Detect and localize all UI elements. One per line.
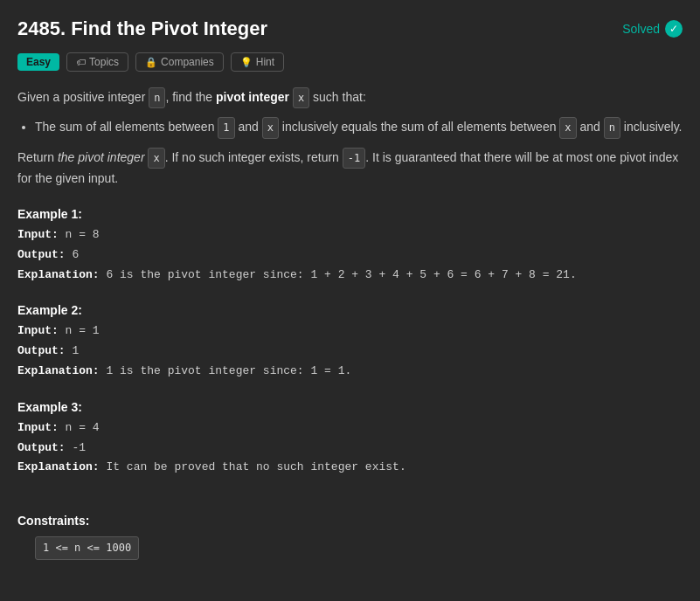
intro-paragraph: Given a positive integer n, find the piv…	[17, 87, 683, 108]
constraints-list: 1 <= n <= 1000	[35, 536, 683, 559]
example-3-input-value: n = 4	[66, 421, 100, 434]
example-3-input: Input: n = 4	[17, 419, 683, 438]
bullet-text-mid: inclusively equals the sum of all elemen…	[279, 120, 559, 134]
tag-icon: 🏷	[76, 57, 86, 67]
example-1-expl-label: Explanation:	[17, 268, 106, 281]
tag-companies[interactable]: 🔒 Companies	[135, 52, 224, 72]
gap-before-constraints2	[17, 496, 683, 514]
example-2-expl-label: Explanation:	[17, 364, 106, 377]
example-3-output-value: -1	[72, 441, 86, 454]
solved-check-icon: ✓	[665, 20, 683, 38]
example-1-title: Example 1:	[17, 207, 683, 221]
tag-topics-label: Topics	[89, 56, 119, 68]
bullet-list: The sum of all elements between 1 and x …	[35, 117, 683, 138]
solved-label: Solved	[622, 22, 660, 36]
lock-icon: 🔒	[145, 57, 157, 68]
and1-text: and	[235, 120, 262, 134]
problem-title: 2485. Find the Pivot Integer	[17, 17, 267, 40]
example-2-expl-value: 1 is the pivot integer since: 1 = 1.	[106, 364, 351, 377]
intro-text: Given a positive integer	[17, 90, 149, 104]
example-3: Example 3: Input: n = 4 Output: -1 Expla…	[17, 400, 683, 477]
example-2-explanation: Explanation: 1 is the pivot integer sinc…	[17, 363, 683, 381]
one-code: 1	[218, 117, 234, 138]
n-code-bullet: n	[604, 117, 620, 138]
x-code-1: x	[262, 117, 279, 138]
pivot-italic: the pivot integer	[58, 150, 145, 164]
tag-hint-label: Hint	[256, 56, 274, 68]
tag-companies-label: Companies	[161, 56, 214, 68]
gap-1	[17, 190, 683, 207]
example-2-title: Example 2:	[17, 303, 683, 317]
and2-text: and	[577, 120, 604, 134]
solved-badge: Solved ✓	[622, 20, 683, 38]
gap-ex2	[17, 383, 683, 400]
gap-ex1	[17, 286, 683, 303]
bullet-item-1: The sum of all elements between 1 and x …	[35, 117, 683, 138]
example-2-output-value: 1	[72, 344, 79, 357]
gap-before-constraints	[17, 479, 683, 496]
x-code-2: x	[559, 117, 576, 138]
example-1-output-label: Output:	[17, 248, 72, 261]
return-text-before: Return	[17, 150, 58, 164]
examples-section: Example 1: Input: n = 8 Output: 6 Explan…	[17, 207, 683, 477]
example-2-output-label: Output:	[17, 344, 72, 357]
constraints-title: Constraints:	[17, 514, 683, 528]
intro-text2: , find the	[165, 90, 216, 104]
example-1-output-value: 6	[72, 248, 79, 261]
example-2-output: Output: 1	[17, 342, 683, 361]
example-3-output: Output: -1	[17, 439, 683, 458]
example-2-input-label: Input:	[17, 324, 66, 337]
example-1-input-value: n = 8	[66, 228, 100, 241]
neg1-code: -1	[343, 148, 365, 169]
example-1-input: Input: n = 8	[17, 226, 683, 245]
example-1-explanation: Explanation: 6 is the pivot integer sinc…	[17, 266, 683, 285]
example-3-input-label: Input:	[17, 421, 66, 434]
constraint-item-1: 1 <= n <= 1000	[35, 536, 683, 559]
example-3-expl-label: Explanation:	[17, 460, 106, 473]
n-code: n	[149, 87, 165, 108]
constraints-section: Constraints: 1 <= n <= 1000	[17, 514, 683, 559]
example-3-explanation: Explanation: It can be proved that no su…	[17, 459, 683, 477]
tag-easy[interactable]: Easy	[17, 53, 59, 71]
example-1-output: Output: 6	[17, 246, 683, 265]
tags-row: Easy 🏷 Topics 🔒 Companies 💡 Hint	[17, 52, 683, 72]
example-1-expl-value: 6 is the pivot integer since: 1 + 2 + 3 …	[106, 268, 576, 281]
tag-topics[interactable]: 🏷 Topics	[66, 52, 128, 72]
example-2-input: Input: n = 1	[17, 322, 683, 341]
example-3-expl-value: It can be proved that no such integer ex…	[106, 460, 405, 473]
return-paragraph: Return the pivot integer x. If no such i…	[17, 148, 683, 190]
bullet-text-after: inclusively.	[620, 120, 683, 134]
example-1: Example 1: Input: n = 8 Output: 6 Explan…	[17, 207, 683, 284]
description-block: Given a positive integer n, find the piv…	[17, 87, 683, 190]
example-3-title: Example 3:	[17, 400, 683, 414]
bullet-text-before1: The sum of all elements between	[35, 120, 218, 134]
tag-hint[interactable]: 💡 Hint	[231, 52, 284, 72]
hint-icon: 💡	[240, 57, 253, 68]
example-2: Example 2: Input: n = 1 Output: 1 Explan…	[17, 303, 683, 380]
x-code-intro: x	[293, 87, 309, 108]
example-2-input-value: n = 1	[66, 324, 100, 337]
intro-text4: such that:	[309, 90, 366, 104]
example-1-input-label: Input:	[17, 228, 66, 241]
example-3-output-label: Output:	[17, 441, 72, 454]
page-container: 2485. Find the Pivot Integer Solved ✓ Ea…	[0, 0, 700, 601]
header-row: 2485. Find the Pivot Integer Solved ✓	[17, 17, 683, 40]
constraint-code-1: 1 <= n <= 1000	[35, 536, 139, 559]
x-code-return: x	[148, 148, 164, 169]
return-text-mid: . If no such integer exists, return	[165, 150, 343, 164]
pivot-bold: pivot integer	[216, 90, 289, 104]
